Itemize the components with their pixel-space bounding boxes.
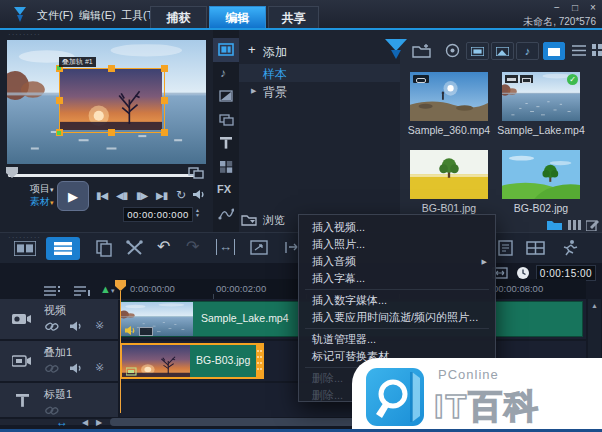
category-motion[interactable] [218, 206, 234, 220]
clip-trim-handle[interactable] [256, 345, 262, 377]
menu-item-insert-photo[interactable]: 插入照片... [299, 236, 495, 253]
timeline-scrollbar-thumb[interactable] [110, 418, 360, 426]
thumb-view-icon[interactable] [592, 44, 602, 57]
scroll-left-button[interactable]: ◀ [82, 418, 88, 427]
resize-window-icon[interactable] [250, 240, 268, 255]
motion-tracking-icon[interactable] [560, 239, 578, 256]
category-filter[interactable]: FX [217, 183, 231, 195]
folder-background-row[interactable]: ▶ 背景 [239, 82, 400, 100]
folder-sample-row[interactable]: 样本 [239, 64, 400, 82]
maximize-button[interactable]: □ [568, 2, 582, 14]
category-audio[interactable]: ♪ [220, 66, 226, 80]
overlay-track-icon[interactable] [12, 354, 32, 368]
library-grid-icon[interactable] [568, 220, 581, 230]
library-item-samplelake[interactable]: ✓ [502, 72, 580, 121]
add-track-button[interactable]: ▲▾ [100, 283, 114, 295]
resize-handle-mr[interactable] [161, 97, 168, 104]
scroll-right-button[interactable]: ▶ [96, 418, 102, 427]
storyboard-view-icon[interactable] [14, 241, 36, 256]
link-icon[interactable] [45, 321, 59, 332]
resize-handle-tm[interactable] [108, 65, 115, 72]
clip-audio-icon [125, 326, 136, 335]
panel-grip[interactable]: ········· [8, 32, 41, 38]
mute-icon[interactable] [70, 321, 83, 332]
category-overlay[interactable] [219, 114, 234, 126]
resize-handle-ml[interactable] [56, 97, 63, 104]
video-track-icon[interactable] [12, 312, 32, 326]
play-button[interactable]: ▶ [57, 181, 89, 211]
fit-timeline-button[interactable]: ↔ [56, 415, 68, 429]
library-folder-icon[interactable] [546, 219, 563, 231]
go-end-button[interactable]: ▶▮ [156, 190, 167, 201]
menu-item-track-manager[interactable]: 轨道管理器... [299, 331, 495, 348]
pin-panel-icon[interactable] [384, 38, 408, 60]
category-media[interactable] [213, 38, 239, 62]
close-button[interactable]: × [586, 2, 600, 14]
tab-share[interactable]: 共享 [268, 6, 319, 28]
prev-frame-button[interactable]: ◀▮ [116, 190, 127, 201]
enlarge-preview-icon[interactable] [188, 165, 204, 179]
resize-handle-tr[interactable] [161, 65, 168, 72]
menu-item-insert-subtitle[interactable]: 插入字幕... [299, 270, 495, 287]
library-item-sample360[interactable] [410, 72, 488, 121]
clip-mode-button[interactable]: 素材▾ [30, 195, 54, 209]
menu-item-insert-digital-media[interactable]: 插入数字媒体... [299, 292, 495, 309]
undo-button[interactable]: ↶ [157, 237, 170, 256]
menu-item-insert-audio[interactable]: 插入音频▶ [299, 253, 495, 270]
ripple-icon[interactable]: ※ [95, 319, 104, 332]
repeat-button[interactable]: ↻ [176, 188, 186, 202]
timeline-view-button[interactable] [46, 237, 80, 260]
category-transition[interactable] [219, 90, 233, 102]
folder-background-label: 背景 [263, 84, 287, 101]
menu-file[interactable]: 文件(F) [37, 8, 73, 23]
link-icon[interactable] [45, 363, 59, 374]
list-view-icon[interactable] [572, 44, 586, 57]
filter-sample-button[interactable] [543, 42, 565, 60]
expander-icon[interactable]: ▶ [251, 87, 256, 95]
chapter-cue-icon[interactable] [498, 240, 513, 256]
project-mode-button[interactable]: 项目▾ [30, 182, 54, 196]
filter-audio-button[interactable]: ♪ [516, 42, 539, 60]
category-title[interactable] [220, 137, 232, 149]
category-graphics[interactable] [219, 160, 233, 173]
library-item-bgb02[interactable] [502, 150, 580, 199]
filter-photo-button[interactable] [491, 42, 514, 60]
paste-attributes-icon[interactable] [96, 240, 112, 257]
title-track-icon[interactable] [16, 394, 29, 407]
resize-handle-br[interactable] [161, 129, 168, 136]
menu-edit[interactable]: 编辑(E) [79, 8, 116, 23]
menu-item-insert-video[interactable]: 插入视频... [299, 219, 495, 236]
go-start-button[interactable]: ▮◀ [96, 190, 107, 201]
record-disc-icon[interactable] [445, 43, 460, 58]
track-height-icon[interactable] [74, 285, 90, 297]
mute-icon[interactable] [70, 363, 83, 374]
ripple-edit-icon[interactable] [284, 240, 298, 255]
timecode-stepper[interactable]: ▲▼ [195, 208, 200, 218]
import-media-icon[interactable] [412, 43, 432, 58]
ripple-icon[interactable]: ※ [95, 361, 104, 374]
minimize-button[interactable]: − [550, 2, 564, 14]
library-item-bgb01[interactable] [410, 150, 488, 199]
volume-icon[interactable] [192, 189, 206, 200]
watermark-title: IT百科 [434, 384, 540, 430]
split-screen-template-icon[interactable] [526, 241, 545, 255]
track-list-icon[interactable] [44, 285, 60, 297]
next-frame-button[interactable]: ▮▶ [136, 190, 147, 201]
preview-video-area[interactable]: 叠加轨 #1 [7, 40, 206, 164]
add-icon[interactable]: + [248, 42, 256, 57]
menu-item-insert-timelapse-photo[interactable]: 插入要应用时间流逝/频闪的照片... [299, 309, 495, 326]
tools-icon[interactable] [126, 240, 143, 256]
seek-bar[interactable] [8, 174, 198, 177]
clip-bgb03[interactable]: BG-B03.jpg [120, 343, 264, 379]
resize-handle-bm[interactable] [108, 129, 115, 136]
preview-timecode[interactable]: 00:00:00:000 [123, 207, 193, 222]
filter-video-button[interactable] [466, 42, 489, 60]
redo-button[interactable]: ↷ [186, 237, 199, 256]
scroll-up-button[interactable]: ▲ [591, 302, 598, 309]
add-label[interactable]: 添加 [263, 44, 287, 61]
tab-edit[interactable]: 编辑 [209, 6, 266, 28]
overlay-clip-selection[interactable]: 叠加轨 #1 [59, 68, 165, 133]
tab-capture[interactable]: 捕获 [150, 6, 207, 28]
library-edit-icon[interactable] [586, 219, 599, 231]
fit-project-icon[interactable]: ↔ [216, 239, 235, 255]
